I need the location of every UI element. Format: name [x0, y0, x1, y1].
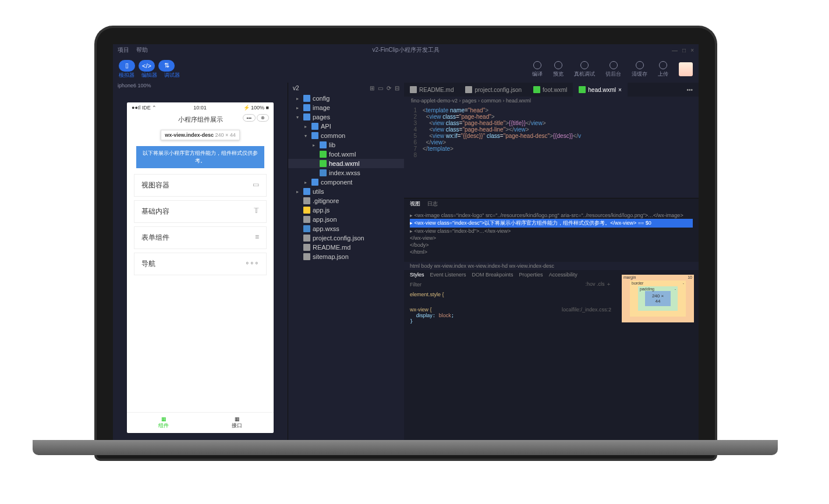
code-editor[interactable]: 1<template name="head">2 <view class="pa…	[404, 105, 699, 198]
editor-tab[interactable]: project.config.json	[459, 83, 527, 97]
toolbar-upload[interactable]: 上传	[658, 61, 668, 78]
editor-label: 编辑器	[141, 72, 157, 79]
battery-icon: ⚡ 100% ■	[243, 105, 269, 111]
file-explorer: v2 ⊞ ▭ ⟳ ⊟ ▸config▸image▾pages▸API▾commo…	[288, 83, 404, 442]
bottom-tab[interactable]: ▦组件	[127, 413, 200, 433]
tree-folder[interactable]: ▸API	[288, 122, 404, 131]
tree-folder[interactable]: ▸utils	[288, 187, 404, 196]
bottom-tab[interactable]: ▦接口	[200, 413, 274, 433]
ide-window: 项目 帮助 v2-FinClip小程序开发工具 — □ × ▯ </> ⇅ 模拟…	[113, 44, 699, 442]
tree-folder[interactable]: ▾common	[288, 131, 404, 140]
list-item[interactable]: 导航∘∘∘	[134, 253, 267, 275]
styles-tab[interactable]: Properties	[519, 272, 543, 278]
css-rule[interactable]: localfile:/_index.css:2wx-view { display…	[404, 304, 617, 326]
toolbar-clear[interactable]: 清缓存	[632, 61, 647, 78]
collapse-icon[interactable]: ⊟	[395, 85, 399, 91]
tree-file[interactable]: foot.wxml	[288, 150, 404, 159]
device-info[interactable]: iphone6 100%	[113, 83, 288, 93]
status-time: 10:01	[193, 105, 207, 111]
tree-folder[interactable]: ▸component	[288, 178, 404, 187]
list-item[interactable]: 表单组件≡	[134, 226, 267, 249]
breadcrumbs[interactable]: fino-applet-demo-v2 › pages › common › h…	[404, 97, 699, 105]
tree-file[interactable]: index.wxss	[288, 168, 404, 178]
tabs-more-icon[interactable]: •••	[681, 83, 699, 97]
tree-folder[interactable]: ▸image	[288, 103, 404, 112]
app-title: 小程序组件展示	[178, 116, 223, 123]
box-model: margin10 border- padding- 240 × 44	[617, 270, 699, 442]
css-rule[interactable]: element.style {	[404, 289, 617, 300]
css-rule[interactable]: </span><span class="css-sel">.index-desc…	[404, 300, 617, 304]
simulator-label: 模拟器	[119, 72, 134, 79]
toolbar-preview[interactable]: 预览	[553, 61, 564, 78]
simulator-toggle[interactable]: ▯	[119, 60, 135, 72]
simulator-panel: iphone6 100% ●●Il IDE ⌃ 10:01 ⚡ 100% ■ 小…	[113, 83, 288, 442]
capsule-menu[interactable]: •••	[243, 114, 256, 122]
menu-help[interactable]: 帮助	[136, 46, 148, 54]
tree-folder[interactable]: ▾pages	[288, 112, 404, 122]
editor-tab[interactable]: foot.wxml	[527, 83, 573, 97]
phone-preview: ●●Il IDE ⌃ 10:01 ⚡ 100% ■ 小程序组件展示 ••• ⊗ …	[127, 102, 274, 433]
close-icon[interactable]: ×	[690, 47, 694, 54]
toolbar-background[interactable]: 切后台	[605, 61, 621, 78]
styles-tab[interactable]: Styles	[410, 272, 424, 278]
tree-file[interactable]: app.js	[288, 205, 404, 215]
avatar[interactable]	[679, 62, 693, 76]
editor-tab[interactable]: head.wxml ×	[573, 83, 628, 97]
menu-project[interactable]: 项目	[118, 46, 129, 54]
toolbar-compile[interactable]: 编译	[532, 61, 543, 78]
tree-file[interactable]: .gitignore	[288, 196, 404, 205]
dom-tree[interactable]: ▸ <wx-image class="index-logo" src="../r…	[404, 210, 699, 262]
devtools-tab-view[interactable]: 视图	[410, 200, 420, 208]
new-folder-icon[interactable]: ▭	[378, 85, 383, 91]
devtools-tab-log[interactable]: 日志	[427, 200, 438, 208]
tree-file[interactable]: app.json	[288, 215, 404, 224]
tab-close-icon[interactable]: ×	[618, 87, 622, 93]
box-model-content: 240 × 44	[645, 291, 671, 306]
maximize-icon[interactable]: □	[682, 47, 686, 54]
styles-filter-controls[interactable]: :hov .cls ＋	[585, 281, 611, 288]
editor-tab[interactable]: README.md	[404, 83, 459, 97]
devtools-panel: 视图 日志 ▸ <wx-image class="index-logo" src…	[404, 198, 699, 442]
styles-filter-input[interactable]	[410, 281, 585, 288]
highlighted-element[interactable]: 以下将展示小程序官方组件能力，组件样式仅供参考。	[136, 146, 264, 168]
debugger-toggle[interactable]: ⇅	[158, 60, 175, 72]
list-item[interactable]: 基础内容𝕋	[134, 200, 267, 223]
debugger-label: 调试器	[164, 72, 180, 79]
styles-tab[interactable]: Event Listeners	[430, 272, 466, 278]
window-title: v2-FinClip小程序开发工具	[372, 46, 439, 54]
editor-panel: README.mdproject.config.jsonfoot.wxmlhea…	[404, 83, 699, 442]
project-root[interactable]: v2	[293, 85, 299, 91]
tree-file[interactable]: project.config.json	[288, 233, 404, 243]
capsule-close[interactable]: ⊗	[257, 114, 269, 122]
tree-folder[interactable]: ▸lib	[288, 140, 404, 150]
tree-file[interactable]: head.wxml	[288, 159, 404, 168]
styles-tab[interactable]: Accessibility	[549, 272, 578, 278]
tree-file[interactable]: README.md	[288, 243, 404, 252]
styles-tab[interactable]: DOM Breakpoints	[472, 272, 513, 278]
editor-toggle[interactable]: </>	[139, 60, 155, 72]
list-item[interactable]: 视图容器▭	[134, 174, 267, 197]
refresh-icon[interactable]: ⟳	[387, 85, 391, 91]
dom-breadcrumbs[interactable]: html body wx-view.index wx-view.index-hd…	[404, 262, 699, 270]
inspect-tooltip: wx-view.index-desc 240 × 44	[161, 130, 240, 140]
minimize-icon[interactable]: —	[672, 47, 678, 54]
tree-folder[interactable]: ▸config	[288, 94, 404, 103]
tree-file[interactable]: sitemap.json	[288, 252, 404, 261]
new-file-icon[interactable]: ⊞	[370, 85, 374, 91]
toolbar: ▯ </> ⇅ 模拟器 编辑器 调试器 编译预览真机调试切后台清缓存上传	[113, 56, 699, 83]
tree-file[interactable]: app.wxss	[288, 224, 404, 233]
menubar: 项目 帮助 v2-FinClip小程序开发工具 — □ ×	[113, 44, 699, 56]
toolbar-remote[interactable]: 真机调试	[574, 61, 595, 78]
signal-icon: ●●Il IDE ⌃	[132, 105, 157, 111]
